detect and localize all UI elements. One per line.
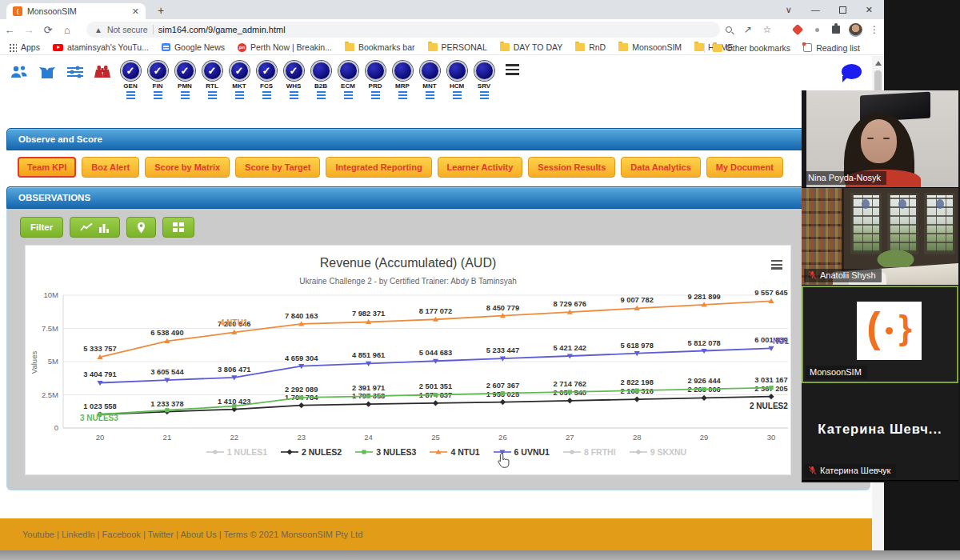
kebab-menu-icon[interactable]: ⋮	[865, 24, 884, 35]
video-tile-anatolii[interactable]: Anatolii Shysh	[802, 188, 958, 286]
tab-learner-activity[interactable]: Learner Activity	[438, 157, 523, 178]
star-bookmark-icon[interactable]: ☆	[758, 24, 777, 35]
legend-item-3-nules3[interactable]: 3 NULES3	[355, 447, 416, 457]
grid-view-button[interactable]	[162, 217, 194, 238]
module-B2B-badge[interactable]	[311, 61, 331, 81]
bookmark-rnd[interactable]: RnD	[575, 42, 606, 52]
legend-item-4-ntu1[interactable]: 4 NTU1	[430, 447, 479, 457]
tab-data-analytics[interactable]: Data Analytics	[621, 157, 700, 178]
extensions-puzzle-icon[interactable]	[826, 26, 846, 34]
module-PMN[interactable]: ✓PMN	[171, 61, 198, 99]
browser-tab-monsoonsim[interactable]: ( MonsoonSIM ✕	[6, 3, 146, 19]
module-RTL[interactable]: ✓RTL	[198, 61, 226, 99]
legend-item-2-nules2[interactable]: 2 NULES2	[281, 447, 342, 457]
module-RTL-badge-checked[interactable]: ✓	[202, 61, 222, 81]
participants-icon[interactable]	[10, 64, 29, 83]
module-PRD[interactable]: PRD	[362, 61, 389, 99]
bookmark-google-news[interactable]: Google News	[162, 42, 225, 52]
tab-search-chevron-icon[interactable]: ∨	[786, 5, 792, 15]
module-MRP[interactable]: MRP	[389, 61, 416, 99]
bookmark-day-to-day[interactable]: DAY TO DAY	[500, 42, 562, 52]
module-HCM[interactable]: HCM	[443, 61, 470, 99]
module-GEN-badge-checked[interactable]: ✓	[121, 61, 141, 81]
module-menu-lines-icon[interactable]	[253, 91, 280, 99]
zoom-icon[interactable]	[719, 26, 738, 33]
tab-boz-alert[interactable]: Boz Alert	[82, 157, 139, 178]
observer-binoculars-icon[interactable]	[94, 64, 111, 83]
module-menu-lines-icon[interactable]	[389, 91, 416, 99]
share-icon[interactable]: ↗	[738, 24, 758, 35]
module-HCM-badge[interactable]	[447, 61, 467, 81]
bookmark-other-bookmarks[interactable]: Other bookmarks	[713, 43, 791, 53]
video-tile-kateryna[interactable]: Катерина Шевч... Катерина Шевчук	[802, 383, 958, 481]
video-tile-monsoonsim[interactable]: ( } MonsoonSIM	[802, 286, 958, 383]
module-menu-lines-icon[interactable]	[470, 91, 498, 99]
home-icon[interactable]: ⌂	[58, 24, 77, 36]
tab-team-kpi[interactable]: Team KPI	[18, 157, 76, 178]
bookmark-reading-list[interactable]: Reading list	[803, 43, 860, 53]
module-MNT-badge[interactable]	[420, 61, 440, 81]
module-MNT[interactable]: MNT	[416, 61, 443, 99]
hamburger-menu-icon[interactable]	[506, 64, 519, 75]
chat-bubble-icon[interactable]	[842, 64, 862, 79]
back-arrow-icon[interactable]: ←	[0, 24, 19, 36]
bookmark-perth-now-breakin[interactable]: pnPerth Now | Breakin...	[238, 42, 332, 52]
filter-button[interactable]: Filter	[20, 217, 63, 238]
forward-arrow-icon[interactable]: →	[19, 24, 38, 36]
tab-score-by-matrix[interactable]: Score by Matrix	[145, 157, 230, 178]
module-ECM-badge[interactable]	[338, 61, 358, 81]
module-menu-lines-icon[interactable]	[117, 91, 144, 99]
tab-close-icon[interactable]: ✕	[132, 6, 139, 17]
map-pin-button[interactable]	[126, 217, 156, 238]
module-menu-lines-icon[interactable]	[280, 91, 307, 99]
module-menu-lines-icon[interactable]	[362, 91, 389, 99]
module-menu-lines-icon[interactable]	[198, 91, 226, 99]
footer-link-about-us[interactable]: About Us	[180, 530, 216, 539]
window-minimize-button[interactable]: —	[811, 5, 820, 14]
module-menu-lines-icon[interactable]	[144, 91, 171, 99]
video-tile-nina[interactable]: Nina Poyda-Nosyk	[802, 90, 958, 188]
module-FCS[interactable]: ✓FCS	[253, 61, 280, 99]
module-FIN-badge-checked[interactable]: ✓	[148, 61, 168, 81]
module-menu-lines-icon[interactable]	[171, 91, 198, 99]
bookmark-apps[interactable]: Apps	[8, 42, 40, 52]
footer-link-terms[interactable]: Terms	[223, 530, 247, 539]
bookmark-personal[interactable]: PERSONAL	[428, 42, 487, 52]
legend-item-9-skxnu[interactable]: 9 SKXNU	[630, 447, 687, 457]
footer-link-youtube[interactable]: Youtube	[22, 530, 54, 539]
module-menu-lines-icon[interactable]	[334, 91, 362, 99]
module-PRD-badge[interactable]	[366, 61, 386, 81]
bookmark-monsoonsim[interactable]: MonsoonSIM	[618, 42, 682, 52]
module-ECM[interactable]: ECM	[334, 61, 362, 99]
tab-score-by-target[interactable]: Score by Target	[235, 157, 320, 178]
module-B2B[interactable]: B2B	[307, 61, 334, 99]
module-MKT-badge-checked[interactable]: ✓	[230, 61, 250, 81]
legend-item-1-nules1[interactable]: 1 NULES1	[206, 447, 267, 457]
profile-avatar[interactable]	[846, 23, 865, 37]
extension-red-icon[interactable]	[788, 26, 807, 34]
tab-session-results[interactable]: Session Results	[528, 157, 615, 178]
module-menu-lines-icon[interactable]	[226, 91, 253, 99]
charts-view-button[interactable]	[70, 217, 120, 238]
module-menu-lines-icon[interactable]	[307, 91, 334, 99]
resources-box-icon[interactable]	[38, 64, 57, 83]
footer-link-twitter[interactable]: Twitter	[148, 530, 174, 539]
module-SRV[interactable]: SRV	[470, 61, 498, 99]
module-WHS-badge-checked[interactable]: ✓	[284, 61, 304, 81]
module-GEN[interactable]: ✓GEN	[117, 61, 144, 99]
tab-my-document[interactable]: My Document	[706, 157, 783, 178]
module-PMN-badge-checked[interactable]: ✓	[175, 61, 195, 81]
module-FIN[interactable]: ✓FIN	[144, 61, 171, 99]
bookmark-ataminsyah-s-youtu[interactable]: ataminsyah's YouTu...	[53, 42, 149, 52]
url-omnibox[interactable]: ▲ Not secure sim164.com/9/game_admin.htm…	[86, 22, 720, 38]
footer-link-facebook[interactable]: Facebook	[102, 530, 141, 539]
window-maximize-button[interactable]	[839, 6, 846, 14]
module-WHS[interactable]: ✓WHS	[280, 61, 307, 99]
module-SRV-badge[interactable]	[474, 61, 494, 81]
module-MKT[interactable]: ✓MKT	[226, 61, 253, 99]
settings-sliders-icon[interactable]	[66, 64, 85, 83]
scrollbar-up-arrow-icon[interactable]	[875, 61, 882, 66]
new-tab-button[interactable]: +	[154, 4, 168, 18]
module-menu-lines-icon[interactable]	[416, 91, 443, 99]
tab-integrated-reporting[interactable]: Integrated Reporting	[326, 157, 431, 178]
